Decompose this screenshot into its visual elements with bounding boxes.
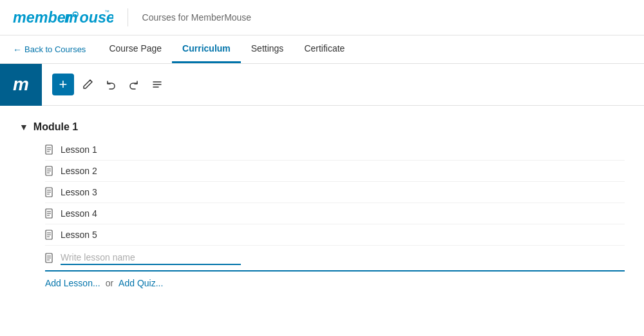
tab-course-page[interactable]: Course Page — [99, 35, 172, 63]
tab-curriculum[interactable]: Curriculum — [172, 35, 241, 63]
doc-icon — [45, 230, 54, 240]
list-icon — [152, 79, 162, 90]
list-item: Lesson 1 — [45, 139, 625, 161]
doc-icon — [45, 187, 54, 197]
toolbar-buttons: + — [42, 74, 167, 95]
toolbar-m-icon: m — [13, 74, 29, 95]
add-actions-row: Add Lesson... or Add Quiz... — [45, 272, 625, 295]
list-item: Lesson 4 — [45, 203, 625, 224]
document-icon — [45, 230, 54, 240]
tab-certificate[interactable]: Certificate — [294, 35, 355, 63]
back-label: Back to Courses — [24, 44, 86, 54]
logo-svg: member m ouse ™ — [13, 8, 113, 26]
undo-icon — [106, 79, 116, 90]
redo-icon — [129, 79, 139, 90]
list-button[interactable] — [147, 75, 167, 94]
document-icon — [45, 144, 54, 155]
doc-icon — [45, 144, 54, 155]
edit-pencil-button[interactable] — [78, 75, 97, 94]
back-to-courses-link[interactable]: ← Back to Courses — [13, 44, 86, 55]
header: member m ouse ™ Courses for MemberMouse — [0, 0, 644, 35]
or-text: or — [106, 278, 113, 288]
tabs: Course Page Curriculum Settings Certific… — [99, 35, 355, 63]
svg-text:™: ™ — [104, 9, 109, 15]
lesson-name: Lesson 3 — [61, 187, 97, 197]
add-button[interactable]: + — [52, 74, 74, 95]
doc-icon — [45, 208, 54, 219]
list-item: Lesson 2 — [45, 161, 625, 182]
document-icon — [45, 253, 54, 263]
add-lesson-link[interactable]: Add Lesson... — [45, 278, 100, 288]
pencil-icon — [82, 79, 93, 90]
lesson-name: Lesson 4 — [61, 208, 97, 219]
nav-area: ← Back to Courses Course Page Curriculum… — [0, 35, 644, 64]
lessons-list: Lesson 1 Lesson 2 — [45, 139, 625, 272]
svg-text:member: member — [13, 9, 73, 26]
document-icon — [45, 208, 54, 219]
list-item: Lesson 3 — [45, 182, 625, 203]
logo: member m ouse ™ — [13, 8, 113, 26]
add-quiz-link[interactable]: Add Quiz... — [118, 278, 163, 288]
undo-button[interactable] — [101, 75, 120, 94]
lesson-name: Lesson 5 — [61, 230, 97, 240]
module-toggle-icon[interactable]: ▼ — [19, 122, 28, 132]
document-icon — [45, 187, 54, 197]
doc-icon — [45, 253, 54, 263]
header-divider — [128, 8, 128, 26]
toolbar-blue-box: m — [0, 64, 42, 106]
tab-settings[interactable]: Settings — [241, 35, 294, 63]
back-arrow-icon: ← — [13, 44, 22, 55]
new-lesson-name-input[interactable] — [61, 251, 241, 265]
doc-icon — [45, 166, 54, 176]
lesson-name: Lesson 1 — [61, 144, 97, 155]
main-content: ▼ Module 1 Lesson 1 — [0, 106, 644, 314]
redo-button[interactable] — [124, 75, 144, 94]
courses-label: Courses for MemberMouse — [142, 12, 252, 23]
module-title: Module 1 — [33, 121, 78, 133]
module-header: ▼ Module 1 — [19, 119, 625, 135]
module-1: ▼ Module 1 Lesson 1 — [19, 119, 625, 295]
logo-area: member m ouse ™ Courses for MemberMouse — [13, 8, 251, 26]
lesson-name: Lesson 2 — [61, 166, 97, 176]
list-item: Lesson 5 — [45, 224, 625, 246]
document-icon — [45, 166, 54, 176]
new-lesson-row — [45, 246, 625, 272]
toolbar-area: m + — [0, 64, 644, 106]
